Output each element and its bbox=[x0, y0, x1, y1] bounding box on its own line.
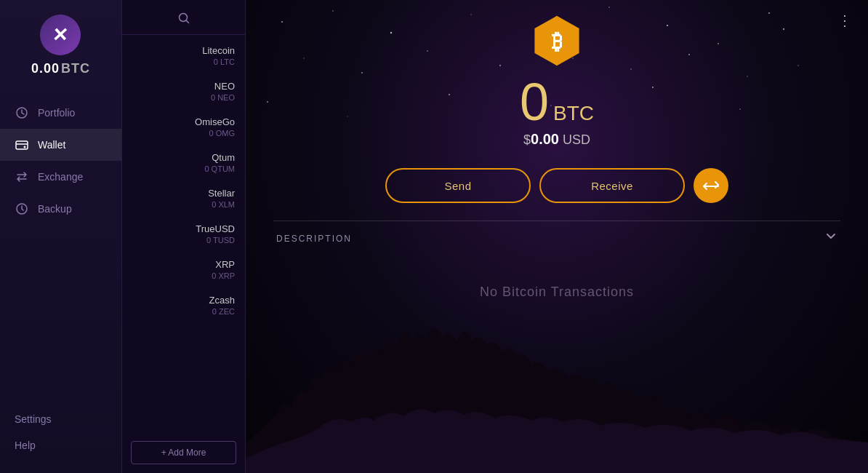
coin-name: Zcash bbox=[134, 295, 235, 306]
description-bar: DESCRIPTION bbox=[273, 220, 840, 255]
coin-list: Litecoin 0 LTC NEO 0 NEO OmiseGo 0 OMG Q… bbox=[122, 35, 245, 434]
action-buttons: Send Receive bbox=[385, 168, 728, 203]
receive-button[interactable]: Receive bbox=[539, 168, 685, 203]
help-label: Help bbox=[15, 440, 36, 451]
main-content: ⋮ ₿ 0 BTC $0.00 USD Send Receive bbox=[246, 0, 868, 473]
coin-balance: 0 ZEC bbox=[134, 307, 235, 316]
portfolio-icon bbox=[15, 106, 29, 120]
add-more-button[interactable]: + Add More bbox=[131, 441, 236, 464]
top-bar: ⋮ bbox=[823, 0, 868, 41]
usd-amount: 0.00 bbox=[531, 131, 559, 147]
help-item[interactable]: Help bbox=[0, 432, 121, 458]
app-logo: ✕ bbox=[40, 15, 81, 55]
coin-name: Litecoin bbox=[134, 45, 235, 56]
list-item[interactable]: Stellar 0 XLM bbox=[122, 180, 245, 216]
wallet-icon bbox=[15, 138, 29, 152]
sidebar: ✕ 0.00BTC Portfolio Wallet bbox=[0, 0, 122, 473]
coin-balance: 0 QTUM bbox=[134, 164, 235, 173]
search-icon[interactable] bbox=[177, 12, 190, 28]
settings-item[interactable]: Settings bbox=[0, 406, 121, 432]
chevron-down-icon[interactable] bbox=[824, 230, 837, 247]
svg-point-2 bbox=[24, 146, 26, 148]
settings-label: Settings bbox=[15, 413, 52, 425]
no-transactions-text: No Bitcoin Transactions bbox=[480, 285, 634, 299]
coin-balance: 0 TUSD bbox=[134, 236, 235, 245]
list-item[interactable]: Litecoin 0 LTC bbox=[122, 38, 245, 73]
coin-balance: 0 LTC bbox=[134, 57, 235, 66]
svg-text:₿: ₿ bbox=[552, 30, 563, 53]
logo-icon: ✕ bbox=[52, 24, 70, 47]
logo-container: ✕ 0.00BTC bbox=[31, 15, 90, 76]
coin-name: XRP bbox=[134, 259, 235, 270]
exchange-label: Exchange bbox=[38, 171, 83, 183]
swap-button[interactable] bbox=[694, 168, 728, 203]
sidebar-item-exchange[interactable]: Exchange bbox=[0, 161, 121, 193]
usd-prefix: $ bbox=[523, 132, 531, 147]
balance-value: 0.00 bbox=[31, 61, 60, 76]
sidebar-balance: 0.00BTC bbox=[31, 61, 90, 76]
description-label: DESCRIPTION bbox=[276, 234, 352, 244]
sidebar-item-portfolio[interactable]: Portfolio bbox=[0, 97, 121, 129]
coin-balance: 0 XLM bbox=[134, 200, 235, 209]
coin-balance: 0 XRP bbox=[134, 271, 235, 280]
main-center: ₿ 0 BTC $0.00 USD Send Receive DESCRIPTI… bbox=[246, 0, 868, 473]
sidebar-bottom: Settings Help bbox=[0, 406, 121, 473]
svg-rect-1 bbox=[16, 141, 28, 149]
usd-unit: USD bbox=[563, 132, 590, 147]
coin-panel: Litecoin 0 LTC NEO 0 NEO OmiseGo 0 OMG Q… bbox=[122, 0, 246, 473]
btc-unit: BTC bbox=[553, 102, 594, 125]
backup-icon bbox=[15, 202, 29, 216]
coin-name: Qtum bbox=[134, 152, 235, 163]
sidebar-item-backup[interactable]: Backup bbox=[0, 193, 121, 225]
swap-icon bbox=[703, 178, 719, 194]
list-item[interactable]: Zcash 0 ZEC bbox=[122, 287, 245, 323]
exchange-icon bbox=[15, 170, 29, 184]
more-menu-button[interactable]: ⋮ bbox=[837, 12, 853, 29]
usd-balance: $0.00 USD bbox=[523, 131, 590, 148]
portfolio-label: Portfolio bbox=[38, 107, 75, 119]
list-item[interactable]: Qtum 0 QTUM bbox=[122, 145, 245, 180]
balance-unit: BTC bbox=[61, 61, 90, 76]
list-item[interactable]: TrueUSD 0 TUSD bbox=[122, 216, 245, 252]
no-transactions-container: No Bitcoin Transactions bbox=[480, 285, 634, 300]
wallet-label: Wallet bbox=[38, 139, 65, 151]
coin-balance: 0 OMG bbox=[134, 129, 235, 138]
coin-name: TrueUSD bbox=[134, 223, 235, 234]
svg-point-4 bbox=[179, 14, 187, 22]
btc-balance: 0 BTC bbox=[520, 76, 594, 128]
btc-number: 0 bbox=[520, 76, 549, 128]
coin-search-bar bbox=[122, 0, 245, 35]
list-item[interactable]: OmiseGo 0 OMG bbox=[122, 109, 245, 145]
coin-name: Stellar bbox=[134, 188, 235, 199]
send-button[interactable]: Send bbox=[385, 168, 531, 203]
coin-name: NEO bbox=[134, 81, 235, 92]
backup-label: Backup bbox=[38, 203, 72, 215]
sidebar-nav: Portfolio Wallet Exchange bbox=[0, 97, 121, 406]
bitcoin-icon: ₿ bbox=[531, 15, 583, 67]
hex-svg: ₿ bbox=[531, 15, 583, 67]
sidebar-item-wallet[interactable]: Wallet bbox=[0, 129, 121, 161]
coin-name: OmiseGo bbox=[134, 116, 235, 127]
list-item[interactable]: XRP 0 XRP bbox=[122, 252, 245, 287]
coin-balance: 0 NEO bbox=[134, 93, 235, 102]
list-item[interactable]: NEO 0 NEO bbox=[122, 73, 245, 109]
